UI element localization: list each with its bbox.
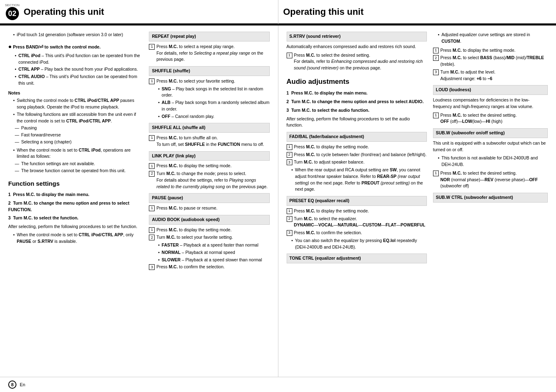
list-item: The function settings are not available. bbox=[15, 161, 141, 167]
func-step2: 2 Turn M.C. to change the menu option an… bbox=[8, 200, 141, 213]
intro-bullet-list: iPod touch 1st generation (software vers… bbox=[8, 32, 141, 38]
list-item: NORMAL – Playback at normal speed bbox=[158, 249, 269, 256]
left-column-right: REPEAT (repeat play) 1 Press M.C. to sel… bbox=[149, 32, 269, 371]
list-item: FASTER – Playback at a speed faster than… bbox=[158, 242, 269, 249]
right-column-left: S.RTRV (sound retriever) Automatically e… bbox=[287, 32, 427, 371]
step-number: 1 bbox=[433, 48, 439, 53]
step-content: Turn M.C. to select your favorite settin… bbox=[156, 234, 269, 241]
custom-bullet: Adjusted equalizer curve settings are st… bbox=[433, 32, 548, 45]
fad-note: When the rear output and RCA output sett… bbox=[295, 167, 427, 193]
step-number: 1 bbox=[149, 205, 155, 211]
custom-note: Adjusted equalizer curve settings are st… bbox=[441, 32, 548, 45]
shuffle-all-step1: 1 Press M.C. to turn shuffle all on.To t… bbox=[149, 135, 269, 148]
step-content: Turn M.C. to adjust speaker balance. bbox=[294, 159, 427, 166]
page: Section 02 Operating this unit Operating… bbox=[0, 0, 556, 392]
list-item: SNG – Play back songs in the selected li… bbox=[158, 86, 269, 99]
subw-ctrl-header: SUB.W CTRL (subwoofer adjustment) bbox=[433, 193, 548, 203]
list-item: When the control mode is set to CTRL iPo… bbox=[13, 147, 141, 160]
step-content: Turn M.C. to select the equalizer.DYNAMI… bbox=[294, 216, 427, 229]
step-number: 1 bbox=[149, 44, 155, 50]
func-step3-bullets: When the control mode is set to CTRL iPo… bbox=[8, 232, 141, 245]
loud-intro: Loudness compensates for deficiencies in… bbox=[433, 97, 548, 110]
page-right: S.RTRV (sound retriever) Automatically e… bbox=[278, 25, 556, 377]
step-number: 1 bbox=[287, 144, 292, 150]
list-item: Switching the control mode to CTRL iPod/… bbox=[13, 97, 141, 111]
list-item: The following functions are still access… bbox=[13, 111, 141, 125]
step-content: Press M.C. to cycle between fader (front… bbox=[294, 152, 427, 158]
step-content: Press M.C. to select a repeat play range… bbox=[156, 44, 269, 63]
header: Section 02 Operating this unit Operating… bbox=[0, 0, 556, 25]
step-number: 1 bbox=[287, 53, 292, 58]
list-item: When the control mode is set to CTRL iPo… bbox=[13, 232, 141, 245]
page-title-left: Operating this unit bbox=[24, 7, 104, 17]
list-item: Fast forward/reverse bbox=[15, 132, 141, 138]
notes-header: Notes bbox=[8, 90, 141, 97]
step-content: Press M.C. to turn shuffle all on.To tur… bbox=[156, 135, 269, 148]
intro-text: iPod touch 1st generation (software vers… bbox=[17, 32, 123, 38]
section-badge: Section 02 bbox=[5, 3, 20, 20]
step-content: Press M.C. to select the desired setting… bbox=[440, 170, 548, 189]
list-item: Pausing bbox=[15, 125, 141, 131]
step-number: 1 bbox=[149, 135, 155, 141]
audio-adjustments-header: Audio adjustments bbox=[287, 76, 427, 87]
step-number: 1 bbox=[149, 163, 155, 169]
shuffle-step1: 1 Press M.C. to select your favorite set… bbox=[149, 78, 269, 85]
link-step1: 1 Press M.C. to display the setting mode… bbox=[149, 163, 269, 169]
pause-header: PAUSE (pause) bbox=[149, 193, 269, 203]
list-item: You can also switch the equalizer by pre… bbox=[292, 238, 427, 251]
audio-step3: 3 Press M.C. to confirm the selection. bbox=[149, 264, 269, 270]
subw-intro: This unit is equipped with a subwoofer o… bbox=[433, 140, 548, 153]
step-number: 2 bbox=[149, 235, 155, 240]
audio-step1: 1 Press M.C. to display the setting mode… bbox=[149, 227, 269, 233]
step-content: Press M.C. to pause or resume. bbox=[156, 205, 269, 212]
audio-adj-step1: 1 Press M.C. to display the main menu. bbox=[287, 90, 427, 97]
fad-step1: 1 Press M.C. to display the setting mode… bbox=[287, 144, 427, 150]
notes-list: Switching the control mode to CTRL iPod/… bbox=[8, 97, 141, 124]
step-number: 1 bbox=[149, 78, 155, 84]
shuffle-header: SHUFFLE (shuffle) bbox=[149, 66, 269, 76]
tone-step1: 1 Press M.C. to display the setting mode… bbox=[433, 47, 548, 54]
page-left: iPod touch 1st generation (software vers… bbox=[0, 25, 278, 377]
subw-step1: 1 Press M.C. to select the desired setti… bbox=[433, 170, 548, 189]
audio-book-options: FASTER – Playback at a speed faster than… bbox=[149, 242, 269, 263]
fad-step2: 2 Press M.C. to cycle between fader (fro… bbox=[287, 152, 427, 158]
audio-step2: 2 Turn M.C. to select your favorite sett… bbox=[149, 234, 269, 241]
fad-bal-header: FAD/BAL (fader/balance adjustment) bbox=[287, 132, 427, 142]
step-number: 1 bbox=[287, 208, 292, 214]
preset-step2: 2 Turn M.C. to select the equalizer.DYNA… bbox=[287, 216, 427, 229]
list-item: Adjusted equalizer curve settings are st… bbox=[438, 32, 548, 45]
note1: Switching the control mode to CTRL iPod/… bbox=[17, 97, 141, 111]
step-number: 1 bbox=[433, 171, 439, 176]
fad-bullets: When the rear output and RCA output sett… bbox=[287, 167, 427, 193]
shuffle-options: SNG – Play back songs in the selected li… bbox=[149, 86, 269, 120]
step-number: 2 bbox=[287, 216, 292, 222]
ctrl-app-text: CTRL APP – Play back the sound from your… bbox=[19, 66, 138, 73]
preset-step3: 3 Press M.C. to confirm the selection. bbox=[287, 230, 427, 236]
pause-step1: 1 Press M.C. to pause or resume. bbox=[149, 205, 269, 212]
audio-adj-step2: 2 Turn M.C. to change the menu option an… bbox=[287, 99, 427, 105]
audio-book-header: AUDIO BOOK (audiobook speed) bbox=[149, 215, 269, 225]
repeat-header: REPEAT (repeat play) bbox=[149, 32, 269, 42]
ctrl-ipod-text: CTRL iPod – This unit's iPod function ca… bbox=[19, 53, 141, 66]
preset-note: You can also switch the equalizer by pre… bbox=[295, 238, 427, 251]
step-content: Press M.C. to display the setting mode. bbox=[294, 208, 427, 214]
preset-bullets: You can also switch the equalizer by pre… bbox=[287, 238, 427, 251]
list-item: When the rear output and RCA output sett… bbox=[292, 167, 427, 193]
note3: When the control mode is set to CTRL iPo… bbox=[17, 147, 141, 160]
list-item: OFF – Cancel random play. bbox=[158, 113, 269, 120]
page-title-right: Operating this unit bbox=[283, 7, 364, 17]
section-number: 02 bbox=[6, 7, 19, 20]
ctrl-mode-list: CTRL iPod – This unit's iPod function ca… bbox=[8, 53, 141, 87]
step-content: Press M.C. to select BASS (bass)/MID (mi… bbox=[440, 55, 548, 68]
right-column-right: Adjusted equalizer curve settings are st… bbox=[433, 32, 548, 371]
fad-step3: 3 Turn M.C. to adjust speaker balance. bbox=[287, 159, 427, 166]
step-number: 3 bbox=[149, 264, 155, 270]
dash2: Fast forward/reverse bbox=[21, 132, 61, 138]
note2: The following functions are still access… bbox=[17, 111, 141, 125]
srtrv-step1: 1 Press M.C. to select the desired setti… bbox=[287, 52, 427, 71]
step-number: 3 bbox=[433, 69, 439, 75]
header-right: Operating this unit bbox=[278, 0, 556, 25]
preset-eq-header: PRESET EQ (equalizer recall) bbox=[287, 196, 427, 206]
section-label: Section bbox=[5, 3, 20, 7]
dash4: The function settings are not available. bbox=[21, 161, 95, 167]
